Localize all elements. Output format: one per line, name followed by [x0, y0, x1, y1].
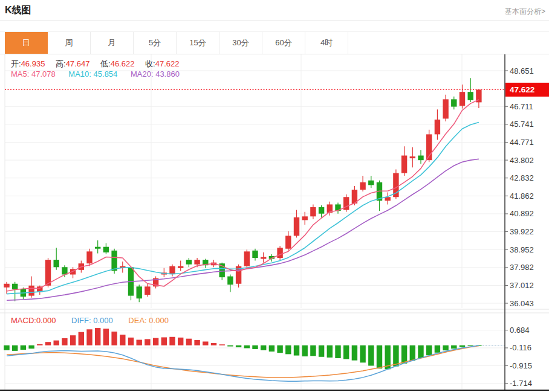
y-axis-label: 46.711	[510, 102, 533, 111]
tab-60min[interactable]: 60分	[262, 32, 305, 54]
candle-body	[186, 260, 192, 265]
y-axis-label: -1.714	[510, 379, 532, 388]
header-divider	[0, 20, 549, 21]
macd-bar	[21, 345, 26, 350]
macd-bar	[137, 340, 142, 345]
diff-value-legend: DIFF: 0.000	[71, 316, 113, 325]
macd-bar	[368, 345, 374, 366]
fundamental-analysis-link[interactable]: 基本面分析>	[505, 7, 545, 17]
close-value: 47.622	[155, 59, 180, 68]
y-axis-label: 44.771	[510, 138, 534, 147]
macd-value-legend: MACD:0.000	[11, 316, 56, 325]
candle-body	[302, 216, 308, 220]
macd-bar	[302, 345, 308, 356]
tab-day[interactable]: 日	[5, 32, 48, 54]
candle-body	[227, 277, 233, 285]
y-axis-label: 43.802	[510, 156, 534, 165]
macd-bar	[319, 345, 324, 357]
candle-body	[451, 99, 456, 106]
macd-bar	[153, 338, 158, 345]
macd-bar	[261, 345, 266, 350]
chart-bottom-border	[0, 390, 549, 391]
ohlc-readout: 开:46.935 高:47.647 低:46.622 收:47.622	[11, 59, 179, 69]
macd-bar	[111, 332, 117, 345]
y-axis-label: -0.915	[510, 361, 532, 370]
y-axis-label: 45.741	[510, 120, 534, 129]
y-axis-label: 37.982	[510, 263, 534, 272]
ma20-legend: MA20: 43.860	[131, 69, 180, 79]
y-axis-label: -0.116	[510, 343, 531, 352]
tabbar-spacer	[0, 32, 5, 54]
low-value: 46.622	[111, 59, 135, 68]
candle-body	[368, 181, 374, 185]
candle-body	[28, 286, 34, 296]
macd-bar	[186, 339, 192, 345]
tab-15min[interactable]: 15分	[177, 32, 219, 54]
macd-bar	[401, 345, 407, 364]
ma10-line	[7, 123, 479, 294]
low-label: 低:	[100, 59, 111, 68]
candle-body	[460, 92, 465, 106]
y-axis-label: 42.832	[510, 173, 534, 182]
price-tag-label: 47.622	[510, 85, 534, 94]
candle-body	[12, 284, 18, 289]
macd-bar	[4, 345, 9, 350]
tab-5min[interactable]: 5分	[134, 32, 177, 54]
macd-bar	[161, 337, 167, 345]
macd-bar	[352, 345, 357, 361]
macd-bar	[45, 342, 51, 345]
y-axis-label: 37.012	[510, 281, 534, 290]
tab-4hour[interactable]: 4时	[305, 32, 348, 54]
ma-legend: MA5: 47.078 MA10: 45.854 MA20: 43.860	[11, 69, 180, 79]
y-axis-label: 39.922	[510, 227, 534, 236]
open-label: 开:	[11, 59, 21, 68]
candle-body	[261, 257, 266, 259]
tab-week[interactable]: 周	[48, 32, 91, 54]
ma5-legend: MA5: 47.078	[11, 69, 56, 79]
candle-body	[95, 247, 100, 249]
candle-body	[178, 266, 183, 268]
macd-bar	[128, 338, 134, 345]
high-label: 高:	[56, 59, 66, 68]
macd-bar	[236, 345, 241, 347]
macd-bar	[460, 345, 465, 347]
candle-body	[319, 207, 324, 214]
macd-bar	[95, 328, 100, 345]
tab-month[interactable]: 月	[91, 32, 134, 54]
macd-bar	[244, 345, 250, 349]
open-value: 46.935	[21, 59, 45, 68]
y-axis-label: 36.043	[510, 299, 534, 308]
macd-bar	[269, 345, 274, 352]
candle-body	[468, 92, 473, 100]
macd-bar	[28, 345, 34, 349]
candle-body	[252, 251, 258, 258]
macd-bar	[418, 345, 423, 358]
candle-body	[194, 260, 200, 265]
macd-bar	[37, 344, 42, 345]
macd-bar	[426, 345, 432, 356]
macd-bar	[194, 340, 200, 345]
macd-bar	[79, 332, 84, 345]
candle-body	[443, 99, 448, 118]
candle-body	[111, 251, 117, 271]
candle-body	[4, 284, 9, 288]
macd-bar	[335, 345, 340, 358]
macd-bar	[86, 329, 92, 345]
macd-bar	[227, 345, 233, 347]
macd-bar	[178, 338, 183, 345]
candle-body	[277, 248, 282, 258]
macd-bar	[103, 329, 109, 345]
macd-bar	[169, 337, 175, 345]
macd-bar	[145, 339, 150, 345]
interval-tabbar: 日 周 月 5分 15分 30分 60分 4时	[0, 31, 549, 54]
high-value: 47.647	[66, 59, 90, 68]
tab-30min[interactable]: 30分	[219, 32, 262, 54]
macd-bar	[343, 345, 349, 359]
macd-bar	[310, 345, 316, 356]
macd-bar	[12, 345, 18, 351]
candle-body	[310, 207, 316, 216]
macd-bar	[294, 345, 299, 356]
candle-body	[418, 156, 423, 161]
page-title: K线图	[5, 4, 31, 17]
macd-bar	[219, 344, 225, 345]
